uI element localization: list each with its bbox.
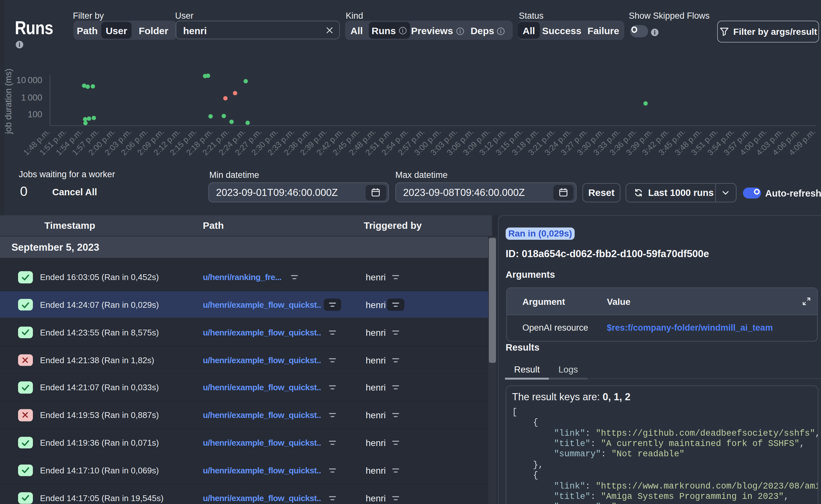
svg-text:100: 100 [28,110,42,119]
svg-text:job duration (ms): job duration (ms) [4,69,13,134]
svg-text:10 000: 10 000 [16,75,43,85]
svg-text:1 000: 1 000 [21,93,42,102]
